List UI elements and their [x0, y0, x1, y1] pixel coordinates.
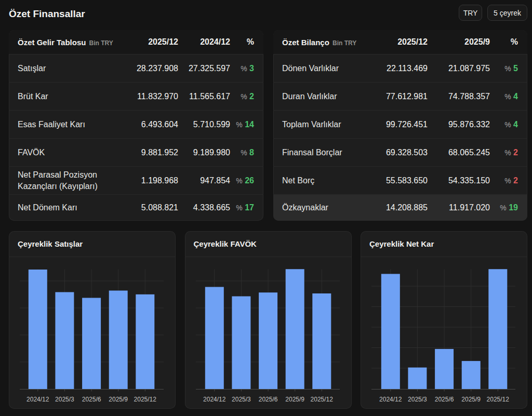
svg-text:2025/6: 2025/6: [82, 396, 101, 403]
svg-text:2024/12: 2024/12: [26, 396, 49, 403]
svg-text:2025/9: 2025/9: [461, 396, 481, 403]
svg-text:2025/3: 2025/3: [55, 396, 74, 403]
svg-text:2024/12: 2024/12: [379, 396, 402, 403]
svg-text:2025/12: 2025/12: [134, 396, 157, 403]
svg-text:2025/12: 2025/12: [310, 396, 333, 403]
svg-text:2025/6: 2025/6: [435, 396, 454, 403]
svg-text:2025/3: 2025/3: [232, 396, 251, 403]
svg-text:2025/9: 2025/9: [109, 396, 128, 403]
svg-text:2025/6: 2025/6: [258, 396, 277, 403]
svg-text:2025/9: 2025/9: [285, 396, 304, 403]
svg-text:2025/3: 2025/3: [408, 396, 427, 403]
svg-text:2025/12: 2025/12: [487, 396, 510, 403]
svg-text:2024/12: 2024/12: [203, 396, 226, 403]
